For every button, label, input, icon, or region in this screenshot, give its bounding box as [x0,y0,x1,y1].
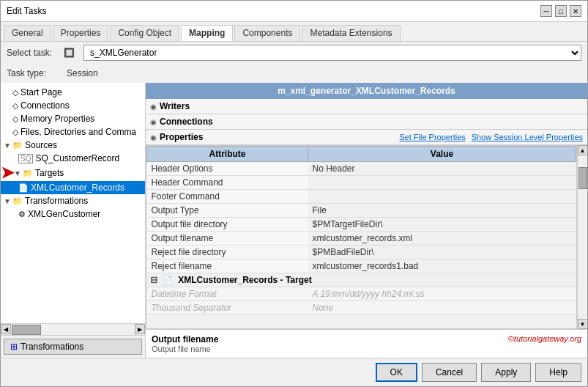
scroll-right-arrow[interactable]: ▶ [135,324,145,334]
task-type-value: Session [64,67,101,80]
tab-mapping[interactable]: Mapping [181,25,233,41]
minus-icon: ⊟ [150,275,157,285]
info-title: Output filename [152,334,218,344]
vertical-scrollbar[interactable]: ▲ ▼ [577,145,587,329]
maximize-button[interactable]: □ [555,5,567,17]
table-area: Attribute Value Header Options No Header… [146,145,587,329]
connections-label: Connections [160,117,213,127]
tree-item-sources[interactable]: ▼ 📁 Sources [1,139,145,152]
tree-label: SQ_CustomerRecord [35,153,119,163]
task-type-label: Task type: [7,68,58,78]
tab-config-object[interactable]: Config Object [110,25,179,41]
attr-cell: Footer Command [147,190,308,204]
close-button[interactable]: ✕ [570,5,581,17]
attr-cell: Thousand Separator [147,301,308,315]
button-row: OK Cancel Apply Help [1,358,587,386]
expand-transform-icon: ▼ [4,197,12,205]
attr-cell: Reject file directory [147,246,308,259]
scroll-down-arrow[interactable]: ▼ [578,319,588,329]
transform-btn-area: ⊞ Transformations [1,335,145,358]
properties-section[interactable]: ◉ Properties Set File Properties Show Se… [146,130,587,145]
tree-item-start-page[interactable]: ◇ Start Page [1,86,145,99]
tab-metadata-extensions[interactable]: Metadata Extensions [302,25,400,41]
collapse-connections-icon: ◉ [150,118,157,126]
val-cell[interactable]: xmlcustomer_records1.bad [308,259,576,273]
diamond-icon2: ◇ [12,101,18,111]
table-row: Output filename xmlcustomer_records.xml [147,232,576,246]
show-session-level-link[interactable]: Show Session Level Properties [472,133,583,141]
connections-section[interactable]: ◉ Connections [146,114,587,130]
table-row: Header Options No Header [147,162,576,176]
tree-item-sq[interactable]: SQ SQ_CustomerRecord [1,152,145,165]
right-panel: m_xml_generator_XMLCustomer_Records ◉ Wr… [146,83,587,358]
folder-icon2: 📁 [23,169,33,178]
tree-item-memory[interactable]: ◇ Memory Properties [1,112,145,125]
scroll-thumb-v[interactable] [578,167,587,189]
tree-item-transformations[interactable]: ▼ 📁 Transformations [1,194,145,207]
table-row: Footer Command [147,190,576,204]
tree-item-connections[interactable]: ◇ Connections [1,99,145,112]
table-row: Output file directory $PMTargetFileDir\ [147,218,576,232]
help-button[interactable]: Help [535,363,581,382]
bottom-info-header: Output filename ©tutorialgateway.org [152,334,581,344]
tree-label: Memory Properties [21,114,94,124]
table-row: Reject file directory $PMBadFileDir\ [147,246,576,259]
tree-label: Transformations [25,196,88,206]
ok-button[interactable]: OK [376,363,417,382]
tree-item-xmlgen[interactable]: ⚙ XMLGenCustomer [1,207,145,221]
target-icon: 📄 [163,276,173,284]
val-cell[interactable]: File [308,204,576,218]
val-cell[interactable]: xmlcustomer_records.xml [308,232,576,246]
table-row: Output Type File [147,204,576,218]
tree-label: Start Page [21,87,62,97]
main-content: ◇ Start Page ◇ Connections ◇ Memory Prop… [1,83,587,358]
subheader-text: XMLCustomer_Records - Target [178,275,311,285]
tab-components[interactable]: Components [234,25,300,41]
table-row: Reject filename xmlcustomer_records1.bad [147,259,576,273]
edit-tasks-window: Edit Tasks ─ □ ✕ General Properties Conf… [0,0,588,387]
value-header: Value [308,147,576,162]
tree-panel: ◇ Start Page ◇ Connections ◇ Memory Prop… [1,83,146,323]
val-cell[interactable]: $PMBadFileDir\ [308,246,576,259]
tree-label: Connections [21,100,70,111]
watermark: ©tutorialgateway.org [508,334,581,343]
tree-item-xmlcustomer[interactable]: 📄 XMLCustomer_Records [1,181,145,194]
expand-sources-icon: ▼ [4,141,12,150]
xml-file-icon: 📄 [18,183,29,193]
minimize-button[interactable]: ─ [540,5,552,17]
select-task-row: Select task: 🔲 s_XMLGenerator [1,42,587,64]
tree-item-targets[interactable]: ▼ 📁 Targets [12,166,145,180]
writers-section[interactable]: ◉ Writers [146,99,587,114]
apply-button[interactable]: Apply [481,363,531,382]
transform-icon: ⊞ [10,342,18,352]
tab-general[interactable]: General [4,25,51,41]
collapse-writers-icon: ◉ [150,103,157,111]
cancel-button[interactable]: Cancel [422,363,477,382]
tree-item-files[interactable]: ◇ Files, Directories and Comma [1,125,145,139]
val-cell[interactable]: $PMTargetFileDir\ [308,218,576,232]
tree-label: Targets [35,168,64,178]
scroll-up-arrow[interactable]: ▲ [578,145,588,155]
transformations-button[interactable]: ⊞ Transformations [4,339,142,355]
select-task-dropdown[interactable]: s_XMLGenerator [83,45,581,61]
val-cell[interactable]: No Header [308,162,576,176]
bottom-info-panel: Output filename ©tutorialgateway.org Out… [146,329,587,358]
disabled-table-row: Thousand Separator None [147,301,576,315]
val-cell[interactable] [308,190,576,204]
writers-label: Writers [160,101,190,111]
scroll-thumb[interactable] [12,325,41,335]
set-file-properties-link[interactable]: Set File Properties [399,133,465,141]
val-cell[interactable] [308,176,576,190]
attr-cell: Output Type [147,204,308,218]
subheader-cell: ⊟ 📄 XMLCustomer_Records - Target [147,273,576,287]
left-scrollbar[interactable]: ◀ ▶ [1,323,145,335]
tab-properties[interactable]: Properties [53,25,109,41]
collapse-properties-icon: ◉ [150,133,157,141]
scroll-left-arrow[interactable]: ◀ [1,324,11,334]
attr-cell: Output filename [147,232,308,246]
mapping-title: m_xml_generator_XMLCustomer_Records [146,83,587,99]
attr-header: Attribute [147,147,308,162]
disabled-table-row: Datetime Format A 19:mm/dd/yyyy hh24:mi:… [147,287,576,301]
window-controls: ─ □ ✕ [540,5,581,17]
tree-label: Files, Directories and Comma [21,127,136,137]
